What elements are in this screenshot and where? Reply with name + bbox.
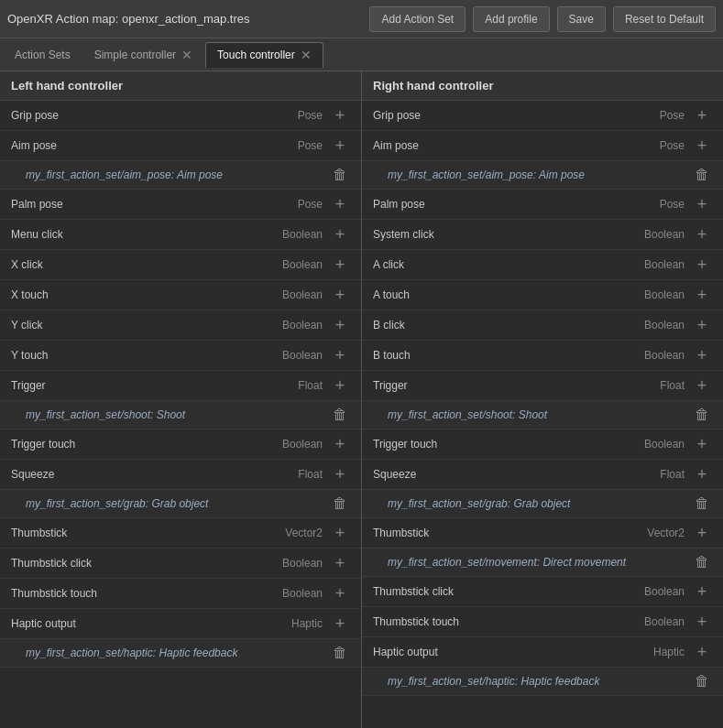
table-row: System clickBoolean+ — [362, 220, 723, 250]
row-type: Float — [660, 468, 685, 481]
add-binding-button[interactable]: + — [692, 224, 712, 244]
table-row: ThumbstickVector2+ — [362, 518, 723, 549]
table-row: Thumbstick clickBoolean+ — [0, 549, 361, 579]
row-type: Boolean — [282, 258, 323, 271]
main-content: Left hand controllerGrip posePose+Aim po… — [0, 71, 723, 728]
add-binding-button[interactable]: + — [330, 614, 350, 634]
row-type: Boolean — [282, 438, 323, 451]
row-type: Pose — [660, 139, 685, 152]
add-binding-button[interactable]: + — [330, 345, 350, 365]
add-binding-button[interactable]: + — [330, 194, 350, 214]
add-binding-button[interactable]: + — [692, 464, 712, 484]
row-label: Squeeze — [11, 468, 298, 481]
row-label: Thumbstick — [11, 527, 285, 539]
tab-touch-controller-close[interactable]: ✕ — [301, 49, 312, 61]
add-binding-button[interactable]: + — [330, 523, 350, 543]
tab-bar: Action Sets Simple controller ✕ Touch co… — [0, 38, 723, 71]
add-binding-button[interactable]: + — [330, 224, 350, 244]
row-label: System click — [373, 228, 644, 241]
list-item: my_first_action_set/shoot: Shoot🗑 — [362, 401, 723, 429]
table-row: Trigger touchBoolean+ — [0, 429, 361, 460]
row-type: Boolean — [282, 288, 323, 301]
row-label: A touch — [373, 288, 644, 301]
add-binding-button[interactable]: + — [692, 315, 712, 335]
add-binding-button[interactable]: + — [692, 642, 712, 662]
row-type: Pose — [298, 109, 323, 122]
add-binding-button[interactable]: + — [692, 136, 712, 156]
add-binding-button[interactable]: + — [692, 345, 712, 365]
add-binding-button[interactable]: + — [330, 553, 350, 573]
list-item: my_first_action_set/grab: Grab object🗑 — [362, 490, 723, 518]
add-binding-button[interactable]: + — [330, 255, 350, 275]
table-row: Grip posePose+ — [0, 101, 361, 131]
add-binding-button[interactable]: + — [330, 315, 350, 335]
delete-binding-button[interactable]: 🗑 — [330, 165, 350, 185]
table-row: X clickBoolean+ — [0, 250, 361, 280]
list-item: my_first_action_set/aim_pose: Aim pose🗑 — [0, 161, 361, 190]
row-label: Y click — [11, 319, 282, 331]
row-label: Squeeze — [373, 468, 660, 481]
list-item: my_first_action_set/grab: Grab object🗑 — [0, 490, 361, 518]
table-row: Haptic outputHaptic+ — [362, 637, 723, 668]
add-binding-button[interactable]: + — [330, 285, 350, 305]
table-row: Aim posePose+ — [0, 131, 361, 161]
table-row: Thumbstick clickBoolean+ — [362, 577, 723, 607]
add-binding-button[interactable]: + — [330, 583, 350, 603]
add-binding-button[interactable]: + — [692, 255, 712, 275]
row-type: Haptic — [291, 617, 323, 630]
row-label: Thumbstick — [373, 527, 647, 539]
tab-action-sets[interactable]: Action Sets — [4, 42, 82, 68]
row-label: Thumbstick click — [373, 585, 644, 598]
row-label: Menu click — [11, 228, 282, 241]
table-row: Aim posePose+ — [362, 131, 723, 161]
delete-binding-button[interactable]: 🗑 — [692, 494, 712, 514]
row-label: Trigger touch — [373, 438, 644, 451]
add-binding-button[interactable]: + — [330, 464, 350, 484]
table-row: Haptic outputHaptic+ — [0, 609, 361, 639]
row-type: Boolean — [644, 258, 685, 271]
binding-label: my_first_action_set/aim_pose: Aim pose — [388, 168, 692, 181]
row-type: Vector2 — [647, 527, 685, 539]
row-label: Trigger touch — [11, 438, 282, 451]
table-row: SqueezeFloat+ — [0, 460, 361, 490]
add-binding-button[interactable]: + — [692, 105, 712, 125]
tab-simple-controller-close[interactable]: ✕ — [181, 49, 192, 61]
delete-binding-button[interactable]: 🗑 — [330, 405, 350, 425]
delete-binding-button[interactable]: 🗑 — [330, 643, 350, 663]
row-label: Aim pose — [373, 139, 660, 152]
add-action-set-button[interactable]: Add Action Set — [369, 6, 466, 32]
add-binding-button[interactable]: + — [692, 612, 712, 632]
delete-binding-button[interactable]: 🗑 — [330, 494, 350, 514]
delete-binding-button[interactable]: 🗑 — [692, 405, 712, 425]
tab-touch-controller[interactable]: Touch controller ✕ — [205, 42, 323, 68]
tab-simple-controller[interactable]: Simple controller ✕ — [83, 42, 203, 68]
row-type: Boolean — [282, 349, 323, 362]
add-binding-button[interactable]: + — [692, 523, 712, 543]
left-pane: Left hand controllerGrip posePose+Aim po… — [0, 71, 362, 728]
add-binding-button[interactable]: + — [330, 105, 350, 125]
row-label: Aim pose — [11, 139, 298, 152]
save-button[interactable]: Save — [557, 6, 606, 32]
binding-label: my_first_action_set/shoot: Shoot — [388, 408, 692, 421]
delete-binding-button[interactable]: 🗑 — [692, 165, 712, 185]
row-label: Grip pose — [373, 109, 660, 122]
add-binding-button[interactable]: + — [330, 375, 350, 396]
row-type: Haptic — [653, 646, 685, 658]
binding-label: my_first_action_set/haptic: Haptic feedb… — [26, 647, 330, 659]
add-binding-button[interactable]: + — [330, 136, 350, 156]
row-type: Boolean — [644, 228, 685, 241]
row-type: Boolean — [644, 585, 685, 598]
add-binding-button[interactable]: + — [692, 581, 712, 602]
add-binding-button[interactable]: + — [692, 434, 712, 454]
row-type: Float — [298, 379, 323, 392]
add-binding-button[interactable]: + — [692, 375, 712, 396]
table-row: A touchBoolean+ — [362, 280, 723, 310]
table-row: Palm posePose+ — [362, 190, 723, 220]
add-profile-button[interactable]: Add profile — [473, 6, 549, 32]
add-binding-button[interactable]: + — [692, 194, 712, 214]
delete-binding-button[interactable]: 🗑 — [692, 552, 712, 572]
delete-binding-button[interactable]: 🗑 — [692, 671, 712, 691]
reset-to-default-button[interactable]: Reset to Default — [613, 6, 716, 32]
add-binding-button[interactable]: + — [692, 285, 712, 305]
add-binding-button[interactable]: + — [330, 434, 350, 454]
